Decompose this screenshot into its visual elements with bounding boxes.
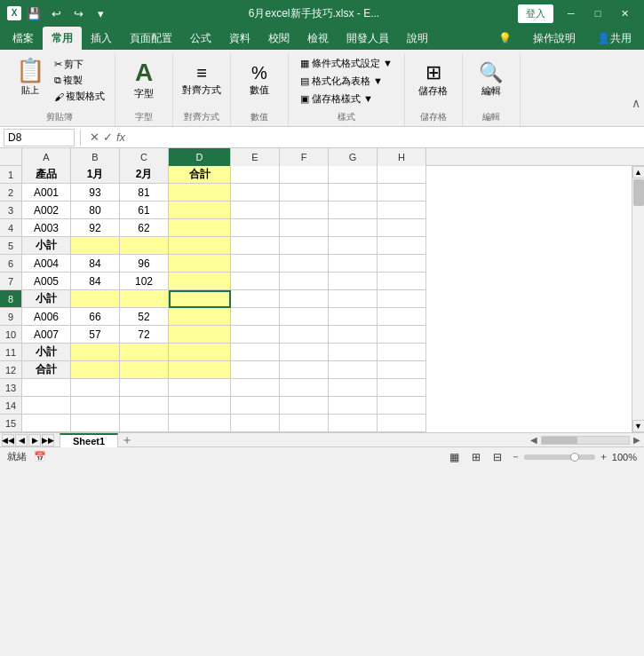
cell-f9[interactable] [280, 308, 329, 326]
cell-e8[interactable] [231, 290, 280, 308]
cell-b15[interactable] [71, 415, 120, 432]
col-header-f[interactable]: F [280, 148, 329, 166]
row-num-10[interactable]: 10 [0, 326, 21, 344]
row-num-5[interactable]: 5 [0, 237, 21, 255]
page-layout-view-btn[interactable]: ⊞ [468, 449, 484, 465]
scroll-track[interactable] [632, 178, 645, 420]
cell-d5[interactable] [169, 237, 231, 255]
cell-b6[interactable]: 84 [71, 255, 120, 273]
row-num-8[interactable]: 8 [0, 290, 21, 308]
tab-view[interactable]: 檢視 [298, 27, 338, 50]
cell-d8[interactable] [169, 290, 231, 308]
cell-b7[interactable]: 84 [71, 273, 120, 290]
cell-g6[interactable] [329, 255, 378, 273]
row-num-15[interactable]: 15 [0, 415, 21, 432]
maximize-btn[interactable]: □ [585, 4, 610, 22]
cell-h10[interactable] [378, 326, 426, 344]
share-tab[interactable]: 👤共用 [588, 27, 640, 50]
tab-data[interactable]: 資料 [220, 27, 259, 50]
page-break-view-btn[interactable]: ⊟ [489, 449, 505, 465]
cell-d10[interactable] [169, 326, 231, 344]
cell-g12[interactable] [329, 361, 378, 379]
cell-d11[interactable] [169, 344, 231, 361]
login-button[interactable]: 登入 [518, 4, 553, 23]
cell-g4[interactable] [329, 219, 378, 237]
cell-f4[interactable] [280, 219, 329, 237]
formula-input[interactable] [132, 129, 640, 146]
cell-g15[interactable] [329, 415, 378, 432]
row-num-9[interactable]: 9 [0, 308, 21, 326]
zoom-plus-btn[interactable]: ＋ [599, 450, 608, 463]
cell-d15[interactable] [169, 415, 231, 432]
cell-b1[interactable]: 1月 [71, 166, 120, 184]
conditional-formatting-button[interactable]: ▦ 條件式格式設定 ▼ [296, 55, 397, 72]
cell-a14[interactable] [22, 397, 71, 415]
tab-review[interactable]: 校閱 [259, 27, 298, 50]
cell-a15[interactable] [22, 415, 71, 432]
tab-next-btn[interactable]: ▶ [28, 434, 41, 447]
cell-c1[interactable]: 2月 [120, 166, 169, 184]
cell-f7[interactable] [280, 273, 329, 290]
formula-function-icon[interactable]: fx [116, 130, 125, 144]
cell-g9[interactable] [329, 308, 378, 326]
scroll-up-btn[interactable]: ▲ [632, 166, 645, 178]
cell-h9[interactable] [378, 308, 426, 326]
cell-b2[interactable]: 93 [71, 184, 120, 202]
formula-confirm-icon[interactable]: ✓ [103, 130, 113, 144]
cell-a13[interactable] [22, 379, 71, 397]
cell-h13[interactable] [378, 379, 426, 397]
cell-g5[interactable] [329, 237, 378, 255]
vertical-scrollbar[interactable]: ▲ ▼ [632, 166, 644, 432]
cell-h14[interactable] [378, 397, 426, 415]
cell-c7[interactable]: 102 [120, 273, 169, 290]
cell-a10[interactable]: A007 [22, 326, 71, 344]
cell-g11[interactable] [329, 344, 378, 361]
cell-a2[interactable]: A001 [22, 184, 71, 202]
cell-b9[interactable]: 66 [71, 308, 120, 326]
cell-h5[interactable] [378, 237, 426, 255]
cell-b3[interactable]: 80 [71, 202, 120, 219]
cell-reference-box[interactable]: D8 [4, 129, 75, 146]
tab-page-layout[interactable]: 頁面配置 [121, 27, 181, 50]
cell-g3[interactable] [329, 202, 378, 219]
cell-h1[interactable] [378, 166, 426, 184]
cell-a9[interactable]: A006 [22, 308, 71, 326]
cell-h4[interactable] [378, 219, 426, 237]
tab-insert[interactable]: 插入 [82, 27, 121, 50]
close-btn[interactable]: ✕ [612, 4, 637, 22]
cell-e11[interactable] [231, 344, 280, 361]
row-num-3[interactable]: 3 [0, 202, 21, 219]
col-header-h[interactable]: H [378, 148, 426, 166]
tab-home[interactable]: 常用 [43, 27, 82, 50]
row-num-13[interactable]: 13 [0, 379, 21, 397]
alignment-button[interactable]: ≡ 對齊方式 [180, 55, 223, 105]
cell-b11[interactable] [71, 344, 120, 361]
save-quick-btn[interactable]: 💾 [24, 4, 44, 23]
cell-d2[interactable] [169, 184, 231, 202]
formula-cancel-icon[interactable]: ✕ [90, 130, 99, 144]
tell-me-tab[interactable]: 操作說明 [524, 27, 584, 50]
cell-d3[interactable] [169, 202, 231, 219]
cell-f15[interactable] [280, 415, 329, 432]
cell-c2[interactable]: 81 [120, 184, 169, 202]
cell-h2[interactable] [378, 184, 426, 202]
cell-c11[interactable] [120, 344, 169, 361]
cell-c15[interactable] [120, 415, 169, 432]
undo-btn[interactable]: ↩ [46, 4, 66, 23]
col-header-b[interactable]: B [71, 148, 120, 166]
cell-b12[interactable] [71, 361, 120, 379]
hscroll-right-btn[interactable]: ▶ [633, 435, 640, 445]
cell-d7[interactable] [169, 273, 231, 290]
zoom-minus-btn[interactable]: － [511, 450, 521, 463]
cell-e9[interactable] [231, 308, 280, 326]
cell-h7[interactable] [378, 273, 426, 290]
tab-file[interactable]: 檔案 [4, 27, 43, 50]
cell-e3[interactable] [231, 202, 280, 219]
tab-formulas[interactable]: 公式 [181, 27, 220, 50]
cell-h15[interactable] [378, 415, 426, 432]
cell-g13[interactable] [329, 379, 378, 397]
cell-e14[interactable] [231, 397, 280, 415]
cell-b5[interactable] [71, 237, 120, 255]
cell-h12[interactable] [378, 361, 426, 379]
tab-first-btn[interactable]: ◀◀ [2, 434, 14, 447]
